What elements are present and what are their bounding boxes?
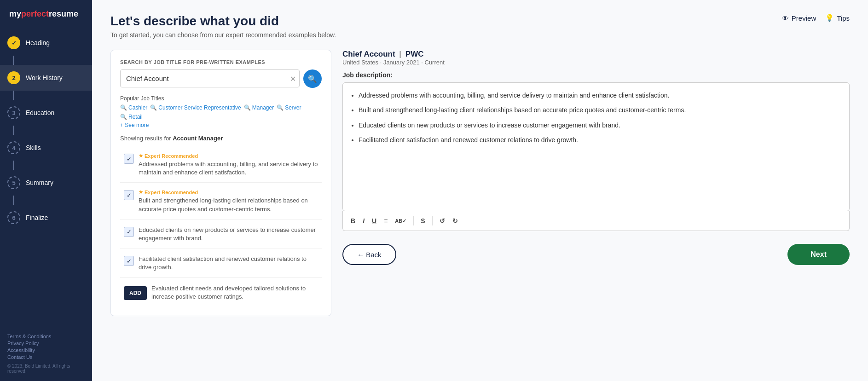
bold-button[interactable]: B <box>348 216 358 226</box>
result-item-4[interactable]: ✓ Facilitated client satisfaction and re… <box>120 249 322 277</box>
content-area: SEARCH BY JOB TITLE FOR PRE-WRITTEN EXAM… <box>110 50 850 316</box>
bullet-1: Addressed problems with accounting, bill… <box>359 90 842 100</box>
redo-button[interactable]: ↻ <box>450 216 460 226</box>
tag-server[interactable]: 🔍 Server <box>277 104 301 111</box>
result-item-1[interactable]: ✓ ★ Expert Recommended Addressed problem… <box>120 147 322 183</box>
result-item-3[interactable]: ✓ Educated clients on new products or se… <box>120 220 322 248</box>
sidebar-label-work-history: Work History <box>26 74 63 81</box>
star-icon-2: ★ <box>139 189 143 195</box>
sidebar-item-work-history[interactable]: 2 Work History <box>0 65 92 91</box>
sidebar-label-finalize: Finalize <box>26 214 48 221</box>
underline-button[interactable]: U <box>370 216 379 226</box>
checkmark-icon-2: ✓ <box>127 192 132 199</box>
toolbar-separator-1 <box>413 216 414 225</box>
clear-search-button[interactable]: ✕ <box>290 75 296 83</box>
nav-bullet-finalize: 6 <box>7 211 20 224</box>
undo-button[interactable]: ↺ <box>437 216 447 226</box>
tag-retail[interactable]: 🔍 Retail <box>120 114 143 120</box>
result-item-2[interactable]: ✓ ★ Expert Recommended Built and strengt… <box>120 184 322 219</box>
checkbox-2[interactable]: ✓ <box>124 190 134 200</box>
header-actions: 👁 Preview 💡 Tips <box>782 14 850 22</box>
search-mini-icon: 🔍 <box>120 104 127 111</box>
strikethrough-button[interactable]: S <box>418 216 427 226</box>
nav-connector-1 <box>13 56 14 65</box>
popular-titles: Popular Job Titles 🔍 Cashier 🔍 Customer … <box>120 95 322 128</box>
checkmark-icon-1: ✓ <box>127 156 132 162</box>
page-subtitle: To get started, you can choose from our … <box>110 31 850 39</box>
result-item-5[interactable]: ADD Evaluated client needs and developed… <box>120 279 322 306</box>
job-company: PWC <box>405 50 424 58</box>
preview-button[interactable]: 👁 Preview <box>782 14 816 22</box>
checkmark-icon-4: ✓ <box>127 258 132 265</box>
logo-resume: resume <box>49 9 78 18</box>
job-location: United States · January 2021 · Current <box>342 59 850 66</box>
terms-link[interactable]: Terms & Conditions <box>7 334 85 339</box>
nav-connector-3 <box>13 126 14 135</box>
tips-button[interactable]: 💡 Tips <box>825 14 850 22</box>
job-title-line: Chief Account | PWC <box>342 50 850 59</box>
privacy-link[interactable]: Privacy Policy <box>7 341 85 346</box>
tag-csr[interactable]: 🔍 Customer Service Representative <box>150 104 241 111</box>
nav-bullet-skills: 4 <box>7 141 20 154</box>
nav-bullet-education: 3 <box>7 106 20 119</box>
search-input[interactable] <box>120 69 300 87</box>
results-list: ✓ ★ Expert Recommended Addressed problem… <box>120 147 322 306</box>
contact-link[interactable]: Contact Us <box>7 354 85 360</box>
result-text-2: ★ Expert Recommended Built and strengthe… <box>139 189 318 213</box>
sidebar: myperfectresume ✓ Heading 2 Work History… <box>0 0 92 381</box>
checkbox-3[interactable]: ✓ <box>124 227 134 237</box>
search-button[interactable]: 🔍 <box>303 69 322 88</box>
sidebar-label-skills: Skills <box>26 144 41 151</box>
job-bullet-list: Addressed problems with accounting, bill… <box>350 90 842 145</box>
next-button[interactable]: Next <box>787 244 850 265</box>
result-text-1: ★ Expert Recommended Addressed problems … <box>139 153 318 177</box>
result-desc-4: Facilitated client satisfaction and rene… <box>139 255 318 271</box>
copyright-text: © 2023, Bold Limited. All rights reserve… <box>7 364 85 374</box>
nav-items: ✓ Heading 2 Work History 3 Education 4 S… <box>0 30 92 326</box>
preview-label: Preview <box>792 14 816 22</box>
logo-my: my <box>9 9 21 18</box>
results-query: Account Manager <box>173 135 223 142</box>
sidebar-item-education[interactable]: 3 Education <box>0 100 92 126</box>
nav-connector-4 <box>13 161 14 170</box>
toolbar-separator-2 <box>432 216 433 225</box>
spellcheck-button[interactable]: AB✓ <box>393 217 409 225</box>
eye-icon: 👁 <box>782 14 789 22</box>
search-mini-icon: 🔍 <box>120 114 127 120</box>
back-button[interactable]: ← Back <box>342 244 396 265</box>
sidebar-label-summary: Summary <box>26 179 53 186</box>
sidebar-item-heading[interactable]: ✓ Heading <box>0 30 92 56</box>
tag-cashier[interactable]: 🔍 Cashier <box>120 104 147 111</box>
italic-button[interactable]: I <box>360 216 367 226</box>
tag-manager[interactable]: 🔍 Manager <box>244 104 274 111</box>
page-title: Let's describe what you did <box>110 14 279 29</box>
sidebar-item-summary[interactable]: 5 Summary <box>0 170 92 196</box>
sidebar-item-finalize[interactable]: 6 Finalize <box>0 205 92 231</box>
job-desc-label: Job description: <box>342 71 850 79</box>
sidebar-label-heading: Heading <box>26 39 50 46</box>
logo-perfect: perfect <box>21 9 49 18</box>
checkmark-icon-3: ✓ <box>127 228 132 235</box>
detail-panel: Chief Account | PWC United States · Janu… <box>342 50 850 316</box>
job-description-box[interactable]: Addressed problems with accounting, bill… <box>342 82 850 211</box>
accessibility-link[interactable]: Accessibility <box>7 347 85 353</box>
checkbox-1[interactable]: ✓ <box>124 154 134 164</box>
bullet-2: Built and strengthened long-lasting clie… <box>359 105 842 115</box>
popular-label: Popular Job Titles <box>120 95 322 102</box>
checkbox-4[interactable]: ✓ <box>124 256 134 266</box>
bottom-actions: ← Back Next <box>342 244 850 265</box>
sidebar-footer: Terms & Conditions Privacy Policy Access… <box>0 326 92 381</box>
result-desc-3: Educated clients on new products or serv… <box>139 226 318 242</box>
job-title: Chief Account <box>342 50 395 58</box>
result-desc-1: Addressed problems with accounting, bill… <box>139 160 318 177</box>
logo[interactable]: myperfectresume <box>0 0 92 30</box>
editor-toolbar: B I U ≡ AB✓ S ↺ ↻ <box>342 211 850 231</box>
result-text-4: Facilitated client satisfaction and rene… <box>139 255 318 271</box>
search-section-label: SEARCH BY JOB TITLE FOR PRE-WRITTEN EXAM… <box>120 59 322 65</box>
lightbulb-icon: 💡 <box>825 14 834 22</box>
add-button-5[interactable]: ADD <box>124 286 147 300</box>
nav-connector-5 <box>13 196 14 205</box>
list-button[interactable]: ≡ <box>382 216 390 226</box>
see-more-link[interactable]: + See more <box>120 122 322 128</box>
sidebar-item-skills[interactable]: 4 Skills <box>0 135 92 161</box>
